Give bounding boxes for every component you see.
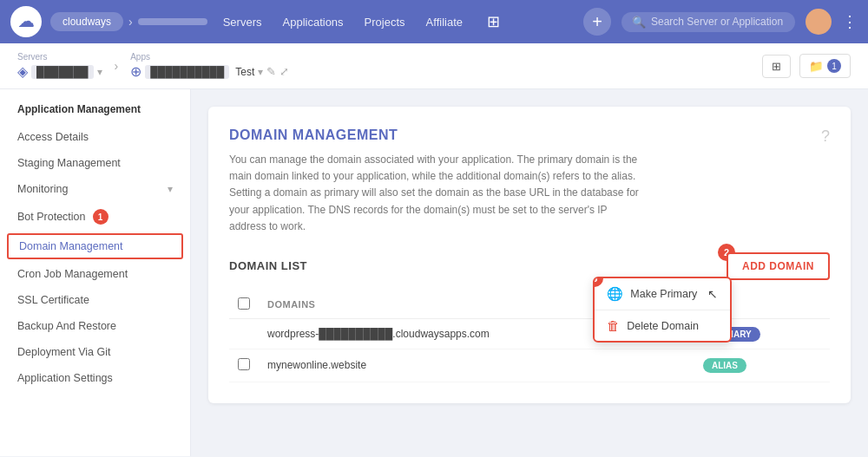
more-options-icon[interactable]: ⋮: [842, 12, 858, 31]
sidebar-label-application-settings: Application Settings: [17, 372, 113, 384]
breadcrumb-separator: ›: [115, 59, 119, 73]
nav-app-name[interactable]: [138, 18, 207, 25]
top-navigation: ☁ cloudways › Servers Applications Proje…: [0, 0, 868, 43]
sidebar-label-cron-job-management: Cron Job Management: [17, 268, 128, 280]
row2-checkbox[interactable]: [238, 358, 250, 370]
sidebar-item-deployment-via-git[interactable]: Deployment Via Git: [0, 339, 190, 365]
breadcrumb-left: Servers ◈ ███████ ▾ › Apps ⊕ ██████████ …: [17, 52, 289, 80]
sidebar-item-staging-management[interactable]: Staging Management: [0, 150, 190, 176]
nav-projects[interactable]: Projects: [365, 16, 405, 29]
sidebar-item-cron-job-management[interactable]: Cron Job Management: [0, 261, 190, 287]
avatar[interactable]: [806, 9, 832, 35]
nav-breadcrumb: cloudways ›: [50, 12, 207, 31]
nav-servers[interactable]: Servers: [223, 16, 262, 29]
nav-right: + 🔍 ⋮: [583, 8, 858, 36]
sidebar-item-bot-protection[interactable]: Bot Protection 1: [0, 202, 190, 232]
server-name[interactable]: ███████: [31, 65, 94, 79]
nav-links: Servers Applications Projects Affiliate …: [223, 12, 583, 31]
external-link-icon[interactable]: ⤢: [279, 65, 289, 78]
sidebar: Application Management Access Details St…: [0, 89, 191, 456]
sidebar-item-ssl-certificate[interactable]: SSL Certificate: [0, 287, 190, 313]
app-name[interactable]: ██████████: [145, 65, 229, 79]
search-box: 🔍: [621, 12, 795, 32]
app-test-label: Test: [233, 66, 254, 78]
sidebar-section-title: Application Management: [0, 103, 190, 124]
table-row: mynewonline.website ALIAS 3 🌐 Make Prima…: [229, 349, 830, 382]
sidebar-label-bot-protection: Bot Protection: [17, 211, 86, 223]
server-breadcrumb: Servers ◈ ███████ ▾: [17, 52, 102, 80]
make-primary-label: Make Primary: [630, 288, 697, 300]
files-button[interactable]: 📁 1: [799, 54, 851, 78]
bot-protection-badge: 1: [93, 209, 108, 225]
app-chevron-icon[interactable]: ▾: [258, 66, 263, 78]
server-chevron-icon[interactable]: ▾: [97, 66, 102, 78]
edit-icon[interactable]: ✎: [266, 65, 276, 78]
sidebar-item-monitoring[interactable]: Monitoring ▾: [0, 176, 190, 202]
files-badge: 1: [827, 59, 841, 73]
sidebar-label-monitoring: Monitoring: [17, 183, 68, 195]
help-icon[interactable]: ?: [821, 127, 830, 146]
server-icon: ◈: [17, 63, 28, 80]
domain-type-2: ALIAS 3 🌐 Make Primary ↖: [694, 349, 830, 382]
logo-icon: ☁: [10, 6, 42, 37]
folder-icon: 📁: [809, 60, 824, 73]
domain-value-2: mynewonline.website: [259, 349, 694, 382]
grid-view-icon: ⊞: [772, 60, 781, 73]
content-area: DOMAIN MANAGEMENT You can manage the dom…: [191, 89, 868, 456]
domain-management-description: You can manage the domain associated wit…: [229, 152, 646, 235]
nav-applications[interactable]: Applications: [283, 16, 344, 29]
breadcrumb-right: ⊞ 📁 1: [762, 54, 851, 78]
select-all-checkbox[interactable]: [238, 297, 250, 310]
breadcrumb-bar: Servers ◈ ███████ ▾ › Apps ⊕ ██████████ …: [0, 43, 868, 89]
delete-domain-label: Delete Domain: [627, 320, 699, 332]
domain-management-card: DOMAIN MANAGEMENT You can manage the dom…: [208, 107, 851, 403]
domain-table: DOMAINS TYPE wordpress-██████████.cloudw…: [229, 291, 830, 382]
add-domain-wrapper: 2 ADD DOMAIN: [727, 252, 830, 280]
apps-label: Apps: [130, 52, 289, 62]
grid-view-button[interactable]: ⊞: [762, 55, 791, 78]
main-layout: Application Management Access Details St…: [0, 89, 868, 456]
sidebar-label-access-details: Access Details: [17, 131, 89, 143]
make-primary-button[interactable]: 🌐 Make Primary ↖: [595, 278, 730, 310]
sidebar-item-access-details[interactable]: Access Details: [0, 124, 190, 150]
trash-icon: 🗑: [607, 318, 620, 333]
add-button[interactable]: +: [583, 8, 611, 36]
cursor-icon: ↖: [707, 287, 718, 301]
domain-mgmt-header: DOMAIN MANAGEMENT You can manage the dom…: [229, 127, 830, 252]
domain-management-title: DOMAIN MANAGEMENT: [229, 127, 646, 143]
delete-domain-button[interactable]: 🗑 Delete Domain: [595, 310, 730, 341]
logo[interactable]: ☁: [10, 6, 42, 37]
apps-grid-icon[interactable]: ⊞: [487, 12, 500, 31]
globe-icon: 🌐: [607, 286, 623, 302]
search-icon: 🔍: [632, 16, 646, 29]
domain-list-header: DOMAIN LIST 2 ADD DOMAIN: [229, 252, 830, 280]
add-domain-button[interactable]: ADD DOMAIN: [727, 252, 830, 280]
sidebar-item-domain-management[interactable]: Domain Management: [7, 233, 183, 259]
servers-label: Servers: [17, 52, 102, 62]
sidebar-item-application-settings[interactable]: Application Settings: [0, 365, 190, 391]
app-icon: ⊕: [130, 63, 141, 80]
nav-affiliate[interactable]: Affiliate: [426, 16, 463, 29]
sidebar-label-staging-management: Staging Management: [17, 157, 121, 169]
sidebar-label-domain-management: Domain Management: [19, 240, 123, 252]
nav-server-name[interactable]: cloudways: [50, 12, 123, 31]
sidebar-item-backup-restore[interactable]: Backup And Restore: [0, 313, 190, 339]
app-breadcrumb: Apps ⊕ ██████████ Test ▾ ✎ ⤢: [130, 52, 289, 80]
domain-list-title: DOMAIN LIST: [229, 259, 307, 272]
nav-breadcrumb-arrow: ›: [128, 15, 133, 29]
search-input[interactable]: [651, 16, 785, 28]
sidebar-label-backup-restore: Backup And Restore: [17, 320, 116, 332]
monitoring-chevron-icon: ▾: [168, 183, 173, 195]
sidebar-label-ssl-certificate: SSL Certificate: [17, 294, 89, 306]
sidebar-label-deployment-via-git: Deployment Via Git: [17, 346, 110, 358]
context-menu: 3 🌐 Make Primary ↖ 🗑 Delete Domain: [593, 277, 732, 343]
table-row: wordpress-██████████.cloudwaysapps.com P…: [229, 318, 830, 349]
